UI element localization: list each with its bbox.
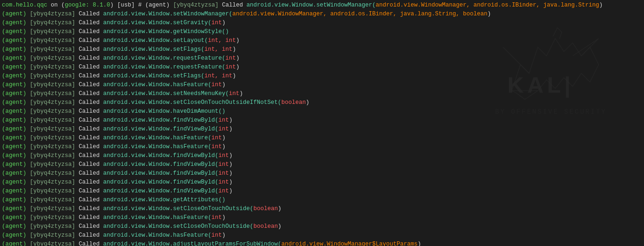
log-line-22: (agent) [ybyq4ztyzsa] Called android.vie…: [2, 196, 642, 205]
log-line-9: (agent) [ybyq4ztyzsa] Called android.vie…: [2, 81, 642, 89]
log-line-6: (agent) [ybyq4ztyzsa] Called android.vie…: [2, 54, 642, 63]
usb-text: [usb] #: [117, 2, 145, 8]
log-line-18: (agent) [ybyq4ztyzsa] Called android.vie…: [2, 160, 642, 169]
on-text: on: [51, 2, 61, 8]
log-line-12: (agent) [ybyq4ztyzsa] Called android.vie…: [2, 107, 642, 116]
log-line-3: (agent) [ybyq4ztyzsa] Called android.vie…: [2, 27, 642, 36]
log-line-23: (agent) [ybyq4ztyzsa] Called android.vie…: [2, 205, 642, 213]
log-line-19: (agent) [ybyq4ztyzsa] Called android.vie…: [2, 169, 642, 178]
log-line-17: (agent) [ybyq4ztyzsa] Called android.vie…: [2, 151, 642, 160]
log-line-26: (agent) [ybyq4ztyzsa] Called android.vie…: [2, 231, 642, 240]
log-line-20: (agent) [ybyq4ztyzsa] Called android.vie…: [2, 178, 642, 187]
log-line-16: (agent) [ybyq4ztyzsa] Called android.vie…: [2, 143, 642, 151]
params: android.view.WindowManager, android.os.I…: [376, 2, 599, 8]
log-line-27: (agent) [ybyq4ztyzsa] Called android.vie…: [2, 240, 642, 246]
log-line-11: (agent) [ybyq4ztyzsa] Called android.vie…: [2, 98, 642, 107]
close-paren: ): [599, 2, 603, 8]
terminal-window: KAL| BY OFFENSIVE SECURITY com.hello.qqc…: [0, 0, 644, 246]
log-line-8: (agent) [ybyq4ztyzsa] Called android.vie…: [2, 72, 642, 81]
log-line-14: (agent) [ybyq4ztyzsa] Called android.vie…: [2, 125, 642, 134]
called-keyword: Called: [222, 2, 247, 8]
log-line-7: (agent) [ybyq4ztyzsa] Called android.vie…: [2, 63, 642, 72]
device-close: ): [110, 2, 114, 8]
method-name: android.view.Window.setWindowManager(: [246, 2, 376, 8]
log-line-25: (agent) [ybyq4ztyzsa] Called android.vie…: [2, 222, 642, 231]
log-line-13: (agent) [ybyq4ztyzsa] Called android.vie…: [2, 116, 642, 125]
log-line-24: (agent) [ybyq4ztyzsa] Called android.vie…: [2, 213, 642, 222]
package-name: com.hello.qqc: [2, 2, 47, 8]
log-line-5: (agent) [ybyq4ztyzsa] Called android.vie…: [2, 45, 642, 54]
log-line-4: (agent) [ybyq4ztyzsa] Called android.vie…: [2, 36, 642, 45]
session-tag: [ybyq4ztyzsa]: [173, 2, 222, 8]
log-output: com.hello.qqc on (google: 8.1.0) [usb] #…: [0, 0, 644, 246]
device-name: google: 8.1.0: [65, 2, 110, 8]
log-line-15: (agent) [ybyq4ztyzsa] Called android.vie…: [2, 134, 642, 143]
agent-text: (agent): [145, 2, 173, 8]
log-line-2: (agent) [ybyq4ztyzsa] Called android.vie…: [2, 19, 642, 27]
log-line-1: (agent) [ybyq4ztyzsa] Called android.vie…: [2, 10, 642, 19]
header-line: com.hello.qqc on (google: 8.1.0) [usb] #…: [2, 1, 642, 10]
log-line-10: (agent) [ybyq4ztyzsa] Called android.vie…: [2, 89, 642, 98]
device-text: (: [61, 2, 65, 8]
log-line-21: (agent) [ybyq4ztyzsa] Called android.vie…: [2, 187, 642, 196]
